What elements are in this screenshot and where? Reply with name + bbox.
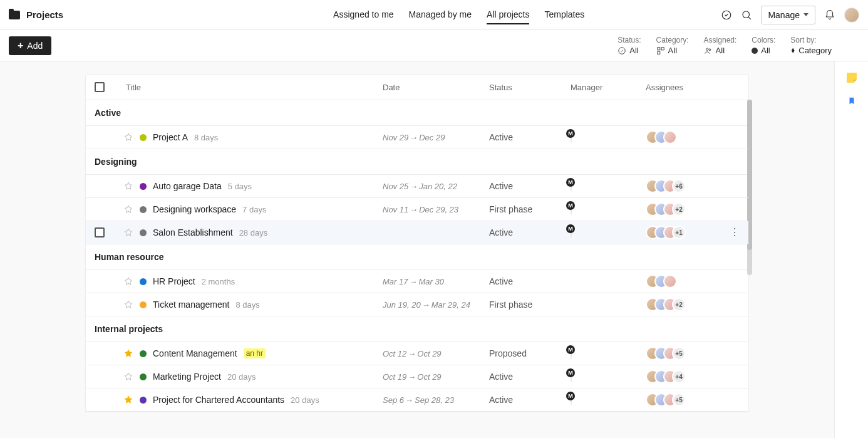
project-name[interactable]: Marketing Project [153,372,221,382]
clock-check-icon[interactable] [721,9,732,21]
table-row[interactable]: Auto garage Data5 daysNov 25→Jan 20, 22A… [86,175,748,198]
search-icon[interactable] [741,9,752,21]
avatar-stack[interactable]: +4 [646,370,686,383]
assignee-more-badge[interactable]: +6 [672,179,686,193]
row-manager: M [571,227,646,237]
assignee-more-badge[interactable]: +2 [672,202,686,216]
row-status: Active [489,276,571,286]
project-name[interactable]: Salon Establishment [153,227,233,237]
tab-templates[interactable]: Templates [544,6,584,24]
star-icon[interactable] [123,348,133,358]
tab-all-projects[interactable]: All projects [487,6,529,24]
manage-button[interactable]: Manage [761,6,815,24]
group-header[interactable]: Active [86,100,748,126]
star-icon[interactable] [123,132,133,142]
arrow-right-icon: → [410,182,418,191]
avatar-stack[interactable]: +5 [646,347,686,360]
avatar-stack[interactable]: +1 [646,226,686,239]
group-header[interactable]: Internal projects [86,316,748,342]
bell-icon[interactable] [824,9,835,21]
avatar-stack[interactable] [646,130,677,144]
project-name[interactable]: Ticket management [153,300,229,310]
manager-avatar[interactable]: M [571,204,572,214]
filter-assigned[interactable]: Assigned: All [704,36,737,55]
table-row[interactable]: Content Managementan hrOct 12→Oct 29Prop… [86,342,748,365]
filter-category[interactable]: Category: All [656,36,689,55]
sort-icon: ▲▼ [790,48,795,53]
user-avatar[interactable] [844,8,859,23]
th-date[interactable]: Date [383,83,489,92]
table-row[interactable]: Salon Establishment28 daysActiveM+1⋮ [86,221,748,244]
project-name[interactable]: Auto garage Data [153,181,222,191]
table-row[interactable]: Marketing Project20 daysOct 19→Oct 29Act… [86,365,748,388]
filter-colors[interactable]: Colors: All [752,36,775,55]
manager-avatar[interactable]: M [571,132,572,142]
group-header[interactable]: Human resource [86,244,748,270]
manager-badge: M [566,201,575,210]
assignee-more-badge[interactable]: +1 [672,226,686,239]
th-title[interactable]: Title [120,83,383,92]
row-status: Active [489,227,571,237]
filter-sort[interactable]: Sort by: ▲▼ Category [790,36,832,55]
star-icon[interactable] [123,372,133,382]
project-name[interactable]: Project for Chartered Accountants [153,395,284,405]
select-all-cell [95,82,120,92]
avatar-stack[interactable]: +2 [646,298,686,311]
star-icon[interactable] [123,300,133,310]
tab-managed-by-me[interactable]: Managed by me [409,6,472,24]
chevron-down-icon [803,13,809,16]
bookmark-icon[interactable] [847,95,856,108]
row-assignees: +2 [646,298,740,311]
project-name[interactable]: Content Management [153,348,237,358]
group-header[interactable]: Designing [86,149,748,175]
row-title-cell: Auto garage Data5 days [120,181,383,191]
avatar-stack[interactable]: +5 [646,393,686,407]
table-row[interactable]: Designing workspace7 daysNov 11→Dec 29, … [86,198,748,221]
project-duration: 20 days [227,372,256,382]
avatar-stack[interactable]: +2 [646,202,686,216]
star-icon[interactable] [123,181,133,191]
sticky-note-icon[interactable] [847,73,857,83]
arrow-right-icon: → [408,372,416,382]
row-title-cell: Designing workspace7 days [120,204,383,214]
row-manager: M [571,348,646,358]
add-button[interactable]: + Add [9,36,51,55]
star-icon[interactable] [123,227,133,237]
assignee-more-badge[interactable]: +5 [672,347,686,360]
table-row[interactable]: Project A8 daysNov 29→Dec 29ActiveM [86,126,748,149]
th-manager[interactable]: Manager [571,83,646,92]
project-duration: 7 days [242,205,266,214]
avatar-stack[interactable]: +6 [646,179,686,193]
assignee-more-badge[interactable]: +2 [672,298,686,311]
project-name[interactable]: Project A [153,132,188,142]
tab-assigned-to-me[interactable]: Assigned to me [333,6,394,24]
filter-status[interactable]: Status: All [617,36,641,55]
manager-avatar[interactable]: M [571,181,572,191]
row-assignees: +5 [646,393,740,407]
manager-avatar[interactable]: M [571,372,572,382]
manager-avatar[interactable]: M [571,395,572,405]
manager-badge: M [566,368,575,377]
table-row[interactable]: Project for Chartered Accountants20 days… [86,388,748,412]
table-row[interactable]: Ticket management8 daysJun 19, 20→Mar 29… [86,293,748,316]
th-assignees[interactable]: Assignees [646,83,740,92]
project-name[interactable]: Designing workspace [153,204,236,214]
row-status: Active [489,372,571,382]
project-name[interactable]: HR Project [153,276,195,286]
assignee-more-badge[interactable]: +4 [672,370,686,383]
manager-avatar[interactable]: M [571,348,572,358]
avatar-stack[interactable] [646,274,677,288]
table-row[interactable]: HR Project2 monthsMar 17→Mar 30Active [86,270,748,293]
row-actions-menu[interactable]: ⋮ [730,231,740,234]
th-status[interactable]: Status [489,83,571,92]
topbar-nav: Assigned to meManaged by meAll projectsT… [197,6,721,24]
star-icon[interactable] [123,276,133,286]
toolbar: + Add Status: All Category: All Assigned… [0,30,868,61]
select-all-checkbox[interactable] [95,82,105,92]
assignee-more-badge[interactable]: +5 [672,393,686,407]
manager-avatar[interactable]: M [571,227,572,237]
row-checkbox[interactable] [95,227,105,237]
star-icon[interactable] [123,204,133,214]
row-title-cell: Project A8 days [120,132,383,142]
star-icon[interactable] [123,395,133,405]
